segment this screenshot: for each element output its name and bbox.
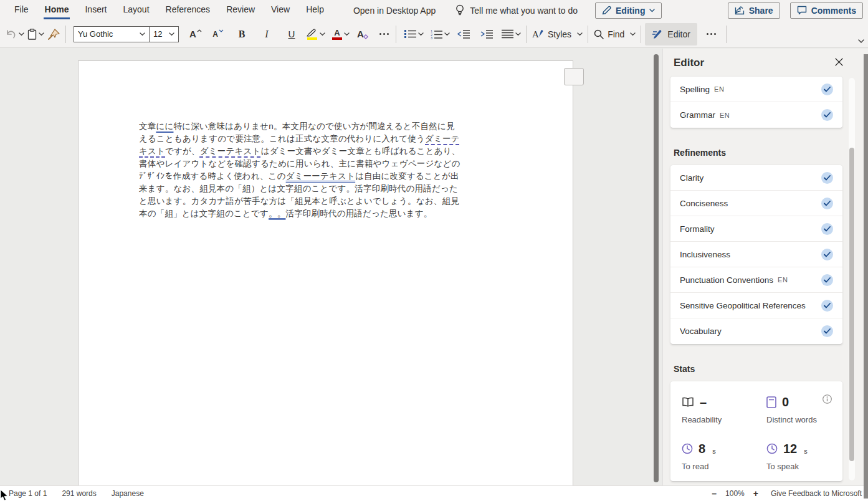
menu-tab-file[interactable]: File — [6, 0, 37, 21]
more-font-options-button[interactable] — [376, 24, 392, 44]
language-tag: EN — [720, 112, 730, 119]
refinement-sensitive-geopolitical-references[interactable]: Sensitive Geopolitical References — [670, 293, 842, 318]
comments-button[interactable]: Comments — [790, 2, 863, 19]
menu-tab-references[interactable]: References — [158, 0, 219, 21]
font-color-button[interactable]: A — [330, 24, 351, 44]
menu-tab-help[interactable]: Help — [298, 0, 332, 21]
divider — [396, 26, 396, 43]
comment-anchor-tab[interactable] — [564, 68, 584, 85]
stat-label: Distinct words — [766, 415, 832, 424]
stat-unit: s — [712, 447, 716, 456]
menu-tab-view[interactable]: View — [263, 0, 298, 21]
doc-segment-flagged: 。。 — [269, 209, 285, 218]
doc-line: 書体やレイアウトなどを確認するために用いられ、主に書籍やウェヴページなどの — [139, 158, 517, 170]
menu-tab-review[interactable]: Review — [218, 0, 263, 21]
status-bar: Page 1 of 1 291 words Japanese – 100% + … — [0, 485, 868, 501]
language-status[interactable]: Japanese — [112, 489, 144, 498]
decrease-indent-button[interactable] — [455, 24, 472, 44]
row-label: Sensitive Geopolitical References — [680, 301, 806, 310]
svg-text:3: 3 — [431, 36, 432, 39]
close-pane-button[interactable] — [834, 57, 844, 67]
chevron-down-icon — [577, 32, 583, 36]
page-count-status[interactable]: Page 1 of 1 — [9, 489, 47, 498]
editing-mode-button[interactable]: Editing — [595, 2, 662, 19]
increase-indent-button[interactable] — [478, 24, 495, 44]
paste-button[interactable] — [26, 24, 45, 44]
toggle-grammar[interactable]: GrammarEN — [670, 102, 842, 128]
menu-tab-insert[interactable]: Insert — [77, 0, 115, 21]
refinement-conciseness[interactable]: Conciseness — [670, 191, 842, 216]
document-page[interactable]: 文章にに特に深い意味はありませn。本文用なので使い方が間違えると不自然に見えるこ… — [78, 60, 573, 485]
shrink-font-label: A — [212, 30, 218, 39]
refinement-inclusiveness[interactable]: Inclusiveness — [670, 242, 842, 267]
stats-info-button[interactable] — [823, 394, 832, 404]
share-label: Share — [749, 6, 773, 16]
collapse-ribbon-button[interactable] — [858, 39, 864, 44]
share-button[interactable]: Share — [728, 2, 780, 19]
find-button[interactable]: Find — [592, 24, 637, 44]
shrink-font-button[interactable]: A — [210, 24, 226, 44]
doc-segment: と思います。カタカナ語が苦手な方は「組見本と呼ぶとよいでしょう。なお、組見 — [139, 196, 459, 206]
underline-label: U — [289, 29, 295, 39]
pencil-icon — [602, 6, 611, 15]
editor-pane-title: Editor — [674, 57, 704, 69]
doc-line: えることもありますので要注意。これは正式な文章の代わりに入れて使うダミーテ — [139, 133, 517, 145]
clear-formatting-button[interactable]: A — [355, 24, 371, 44]
enabled-check-icon — [821, 249, 833, 260]
more-commands-button[interactable] — [703, 24, 720, 44]
open-in-desktop-link[interactable]: Open in Desktop App — [353, 6, 436, 16]
italic-button[interactable]: I — [259, 24, 275, 44]
format-painter-icon — [47, 29, 60, 40]
highlight-button[interactable] — [305, 24, 327, 44]
proofing-toggles-card: SpellingEN GrammarEN — [670, 77, 842, 128]
refinement-punctuation-conventions[interactable]: Punctuation ConventionsEN — [670, 267, 842, 293]
doc-segment: はダミー文書やダミー文章とも呼ばれることあり、 — [261, 146, 460, 156]
tell-me-box[interactable]: Tell me what you want to do — [455, 4, 578, 16]
font-color-swatch — [332, 37, 342, 40]
font-size-select[interactable]: 12 — [150, 26, 179, 42]
font-size-value: 12 — [153, 29, 162, 39]
indent-icon — [480, 29, 493, 39]
align-justify-icon — [502, 29, 513, 39]
menu-tab-home[interactable]: Home — [37, 0, 77, 21]
italic-label: I — [265, 29, 268, 40]
editor-pane-scrollbar-thumb[interactable] — [849, 148, 854, 461]
feedback-link[interactable]: Give Feedback to Microsoft — [771, 489, 862, 498]
doc-line: キストですが、ダミーテキストはダミー文書やダミー文章とも呼ばれることあり、 — [139, 145, 517, 158]
doc-segment: 書体やレイアウトなどを確認するために用いられ、主に書籍やウェヴページなどの — [139, 159, 460, 168]
zoom-in-button[interactable]: + — [753, 489, 758, 499]
bold-button[interactable]: B — [234, 24, 250, 44]
format-painter-button[interactable] — [45, 24, 62, 44]
editor-button[interactable]: Editor — [645, 23, 697, 45]
chevron-down-icon — [140, 32, 145, 36]
menu-tab-layout[interactable]: Layout — [115, 0, 157, 21]
zoom-level[interactable]: 100% — [725, 489, 745, 498]
bullets-button[interactable] — [403, 24, 425, 44]
doc-line: と思います。カタカナ語が苦手な方は「組見本と呼ぶとよいでしょう。なお、組見 — [139, 195, 517, 208]
undo-button[interactable] — [4, 24, 26, 44]
stat-readability: –Readability — [682, 394, 766, 424]
grow-font-button[interactable]: A — [188, 24, 204, 44]
toggle-spelling[interactable]: SpellingEN — [670, 77, 842, 102]
word-count-status[interactable]: 291 words — [62, 489, 96, 498]
underline-button[interactable]: U — [284, 24, 300, 44]
comments-label: Comments — [811, 6, 856, 16]
tell-me-label: Tell me what you want to do — [470, 6, 578, 16]
editor-pane-scrollbar[interactable] — [849, 78, 855, 480]
refinement-clarity[interactable]: Clarity — [670, 165, 842, 191]
bold-label: B — [239, 29, 246, 40]
font-name-select[interactable]: Yu Gothic — [74, 26, 150, 42]
document-text[interactable]: 文章にに特に深い意味はありませn。本文用なので使い方が間違えると不自然に見えるこ… — [139, 120, 517, 220]
document-scrollbar[interactable] — [654, 54, 659, 482]
refinement-vocabulary[interactable]: Vocabulary — [670, 318, 842, 344]
stat-to-read: 8sTo read — [682, 441, 766, 471]
numbering-button[interactable]: 123 — [429, 24, 451, 44]
refinement-formality[interactable]: Formality — [670, 216, 842, 242]
zoom-out-button[interactable]: – — [712, 489, 717, 499]
window-scrollbar[interactable] — [864, 54, 868, 499]
divider — [641, 26, 641, 43]
stats-grid: –Readability 0Distinct words 8sTo read 1… — [682, 394, 832, 471]
styles-button[interactable]: A Styles — [530, 24, 584, 44]
stats-card: –Readability 0Distinct words 8sTo read 1… — [670, 381, 842, 481]
alignment-button[interactable] — [500, 24, 522, 44]
